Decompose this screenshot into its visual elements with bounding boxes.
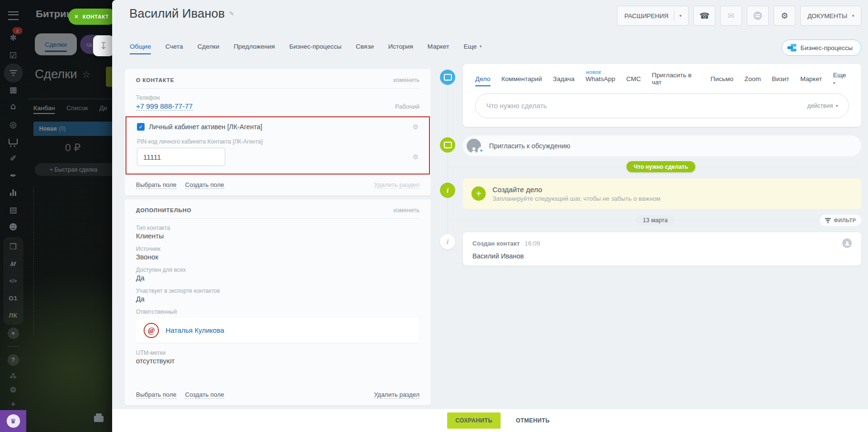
- phone-type: Рабочий: [395, 103, 419, 110]
- field-available-to-all: Доступен для всех Да: [136, 261, 419, 282]
- invite-to-discussion[interactable]: + Пригласить к обсуждению: [463, 135, 861, 156]
- delete-section-link[interactable]: Удалить раздел: [374, 391, 419, 399]
- field-export: Участвует в экспорте контактов Да: [136, 282, 419, 303]
- chat-bubble-icon: [444, 74, 452, 81]
- todo-input[interactable]: Что нужно сделать действия▾: [475, 93, 849, 118]
- minimize-slider-button[interactable]: ↧: [93, 35, 114, 56]
- edit-link[interactable]: изменить: [394, 207, 419, 214]
- email-button[interactable]: ✉: [720, 6, 742, 26]
- activity-tabs: Дело Комментарий Задача НОВОЕWhatsApp СМ…: [475, 72, 849, 86]
- timeline-marker-comment: [440, 137, 455, 153]
- entry-time: 16:09: [524, 240, 540, 247]
- save-button[interactable]: СОХРАНИТЬ: [447, 412, 501, 429]
- tab-market[interactable]: Маркет: [800, 75, 822, 82]
- todo-tooltip: Что нужно сделать: [627, 161, 695, 172]
- tab-sms[interactable]: СМС: [626, 75, 641, 82]
- edit-link[interactable]: изменить: [394, 77, 419, 83]
- timeline-marker-activity: [440, 70, 455, 85]
- about-contact-card: О КОНТАКТЕ изменить Телефон +7 999 888-7…: [125, 69, 431, 195]
- tab-zoom[interactable]: Zoom: [744, 75, 761, 82]
- chat-bubble-icon: [444, 142, 452, 148]
- field-settings-gear-icon[interactable]: ⚙: [412, 123, 418, 130]
- tab-invoices[interactable]: Счета: [165, 43, 183, 50]
- tariff-button[interactable]: ♛: [0, 410, 26, 432]
- info-icon: i: [447, 186, 449, 195]
- banner-title: Создайте дело: [492, 185, 660, 194]
- close-icon[interactable]: ✕: [74, 13, 79, 20]
- tab-general[interactable]: Общие: [130, 43, 151, 50]
- create-field-link[interactable]: Создать поле: [185, 181, 224, 189]
- tab-comment[interactable]: Комментарий: [502, 75, 542, 82]
- header-toolbar: РАСШИРЕНИЯ ▾ ☎ ✉ ⚙ ДОКУМЕНТЫ ▾: [617, 6, 861, 26]
- pin-input[interactable]: [137, 148, 225, 166]
- select-field-link[interactable]: Выбрать поле: [136, 391, 177, 399]
- pin-label: PIN-код личного кабинета Контакта [ЛК-Аг…: [137, 138, 418, 145]
- cancel-button[interactable]: ОТМЕНИТЬ: [513, 412, 553, 429]
- entry-body: Василий Иванов: [472, 252, 852, 260]
- business-process-icon: [787, 44, 796, 51]
- business-processes-button[interactable]: Бизнес-процессы: [782, 40, 861, 56]
- divider: [136, 88, 419, 89]
- responsible-card: @ Наталья Куликова: [136, 318, 419, 343]
- banner-subtitle: Запланируйте следующий шаг, чтобы не заб…: [492, 195, 660, 202]
- tab-more[interactable]: Еще ▾: [833, 72, 849, 86]
- field-contact-type: Тип контакта Клиенты: [136, 219, 419, 240]
- chevron-down-icon: ▾: [852, 14, 854, 18]
- tab-more[interactable]: Еще▾: [463, 43, 481, 50]
- section-title: ДОПОЛНИТЕЛЬНО: [136, 207, 191, 213]
- field-source: Источник Звонок: [136, 240, 419, 261]
- footer-bar: СОХРАНИТЬ ОТМЕНИТЬ: [112, 409, 868, 432]
- contact-slider-badge[interactable]: ✕ КОНТАКТ: [68, 9, 116, 25]
- settings-button[interactable]: ⚙: [774, 6, 795, 26]
- extensions-button[interactable]: РАСШИРЕНИЯ ▾: [617, 6, 689, 26]
- field-utm: UTM-метки отсутствуют: [136, 350, 419, 365]
- tab-deals[interactable]: Сделки: [198, 43, 220, 50]
- chevron-down-icon: ▾: [480, 44, 482, 49]
- tab-market[interactable]: Маркет: [428, 43, 450, 50]
- tab-invite-chat[interactable]: Пригласить в чат: [652, 72, 700, 86]
- phone-icon: ☎: [700, 12, 710, 20]
- tab-visit[interactable]: Визит: [772, 75, 789, 82]
- add-person-icon: +: [478, 147, 485, 154]
- actions-dropdown[interactable]: действия▾: [807, 103, 838, 109]
- avatar: @: [144, 323, 159, 338]
- field-settings-gear-icon[interactable]: ⚙: [412, 154, 418, 160]
- call-button[interactable]: ☎: [693, 6, 715, 26]
- tab-history[interactable]: История: [388, 43, 413, 50]
- chat-button[interactable]: [747, 6, 769, 26]
- select-field-link[interactable]: Выбрать поле: [136, 181, 177, 189]
- filter-button[interactable]: ФИЛЬТР: [820, 215, 861, 226]
- todo-placeholder: Что нужно сделать: [486, 102, 547, 110]
- print-icon[interactable]: [94, 416, 104, 422]
- tab-business-processes[interactable]: Бизнес-процессы: [289, 43, 341, 50]
- chevron-down-icon: ▾: [836, 104, 838, 108]
- info-icon: i: [447, 238, 449, 246]
- tab-activity[interactable]: Дело: [475, 75, 491, 82]
- delete-section-link[interactable]: Удалить раздел: [374, 181, 419, 189]
- create-activity-banner: + Создайте дело Запланируйте следующий ш…: [463, 178, 861, 209]
- create-field-link[interactable]: Создать поле: [185, 391, 224, 399]
- section-title: О КОНТАКТЕ: [136, 77, 174, 83]
- screen: Битрик Сделки сд Сделки ☆ Канбан Список …: [0, 0, 868, 432]
- tab-quotes[interactable]: Предложения: [234, 43, 275, 50]
- tab-letter[interactable]: Письмо: [711, 75, 733, 82]
- chevron-down-icon: ▾: [680, 14, 682, 18]
- activity-composer-card: Дело Комментарий Задача НОВОЕWhatsApp СМ…: [463, 64, 861, 127]
- lk-active-checkbox[interactable]: ✓: [137, 123, 145, 131]
- responsible-label: Ответственный: [136, 309, 419, 315]
- highlighted-lk-section: ✓ Личный кабинет активен [ЛК-Агента] ⚙ P…: [125, 116, 430, 175]
- mail-icon: ✉: [728, 12, 734, 20]
- filter-icon: [825, 218, 831, 223]
- tab-task[interactable]: Задача: [553, 75, 575, 82]
- responsible-name-link[interactable]: Наталья Куликова: [166, 327, 224, 334]
- new-badge: НОВОЕ: [586, 70, 601, 75]
- page-title: Василий Иванов ✎: [129, 6, 234, 21]
- phone-number-link[interactable]: +7 999 888-77-77: [136, 102, 193, 111]
- timeline-line: [448, 77, 448, 242]
- tab-whatsapp[interactable]: НОВОЕWhatsApp: [586, 75, 615, 82]
- add-activity-icon[interactable]: +: [471, 186, 486, 201]
- edit-title-icon[interactable]: ✎: [229, 10, 234, 17]
- documents-button[interactable]: ДОКУМЕНТЫ ▾: [800, 6, 861, 26]
- additional-card: ДОПОЛНИТЕЛЬНО изменить Тип контакта Клие…: [125, 199, 431, 405]
- tab-relations[interactable]: Связи: [356, 43, 374, 50]
